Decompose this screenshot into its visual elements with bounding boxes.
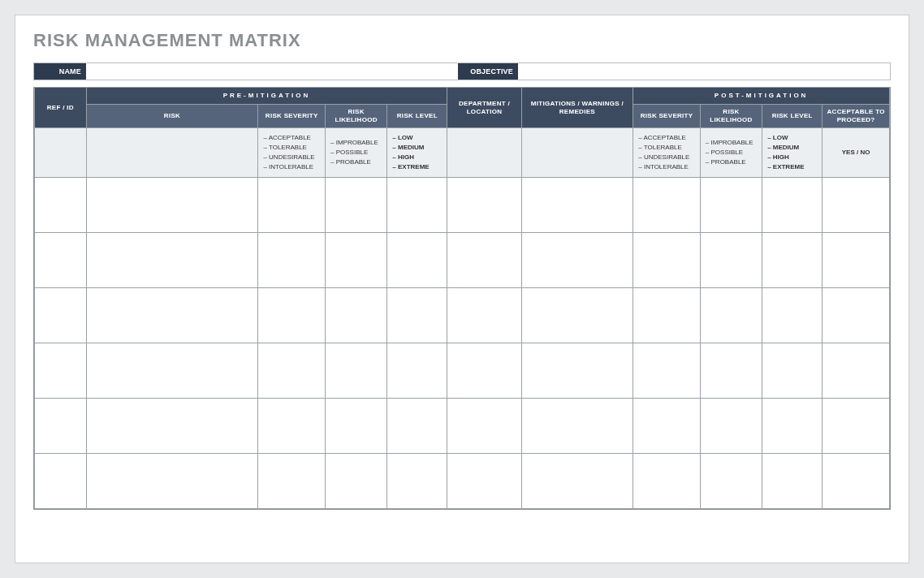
cell-post-lik[interactable] [700, 288, 762, 343]
cell-acc[interactable] [823, 399, 890, 454]
cell-dept[interactable] [447, 399, 521, 454]
name-label: NAME [34, 63, 86, 80]
th-risk: RISK [86, 105, 258, 128]
cell-post-sev[interactable] [633, 399, 701, 454]
cell-pre-lik[interactable] [326, 178, 387, 233]
risk-matrix-table: REF / ID PRE-MITIGATION DEPARTMENT / LOC… [34, 87, 890, 509]
cell-pre-lik[interactable] [326, 343, 387, 399]
cell-dept[interactable] [447, 178, 521, 233]
guide-ref [35, 128, 87, 178]
page-title: RISK MANAGEMENT MATRIX [33, 30, 894, 51]
cell-mit[interactable] [521, 454, 633, 509]
th-pre-group: PRE-MITIGATION [86, 88, 447, 105]
guide-risk [86, 128, 258, 178]
cell-pre-lvl[interactable] [387, 399, 447, 454]
table-row [35, 399, 890, 454]
cell-dept[interactable] [447, 288, 521, 343]
guide-mit [521, 128, 633, 178]
cell-risk[interactable] [86, 233, 258, 288]
cell-pre-sev[interactable] [258, 454, 326, 509]
cell-mit[interactable] [521, 178, 633, 233]
cell-pre-lvl[interactable] [387, 178, 447, 233]
cell-pre-sev[interactable] [258, 399, 326, 454]
guide-dept [447, 128, 521, 178]
th-acceptable: ACCEPTABLE TO PROCEED? [823, 105, 890, 128]
cell-pre-lik[interactable] [326, 288, 387, 343]
cell-acc[interactable] [823, 233, 890, 288]
cell-pre-sev[interactable] [258, 343, 326, 399]
cell-acc[interactable] [823, 454, 890, 509]
th-post-group: POST-MITIGATION [633, 88, 890, 105]
cell-pre-lik[interactable] [326, 399, 387, 454]
cell-ref[interactable] [35, 233, 87, 288]
cell-pre-sev[interactable] [258, 288, 326, 343]
cell-ref[interactable] [35, 178, 87, 233]
th-pre-likelihood: RISK LIKELIHOOD [326, 105, 387, 128]
cell-post-sev[interactable] [633, 288, 701, 343]
cell-pre-lvl[interactable] [387, 233, 447, 288]
cell-mit[interactable] [521, 288, 633, 343]
cell-post-sev[interactable] [633, 343, 701, 399]
th-ref: REF / ID [35, 88, 87, 128]
cell-post-lik[interactable] [700, 343, 762, 399]
cell-pre-lik[interactable] [326, 233, 387, 288]
cell-post-lvl[interactable] [762, 178, 823, 233]
cell-post-sev[interactable] [633, 178, 701, 233]
th-post-severity: RISK SEVERITY [633, 105, 701, 128]
th-post-level: RISK LEVEL [762, 105, 823, 128]
guide-post-likelihood: – IMPROBABLE – POSSIBLE – PROBABLE [700, 128, 762, 178]
cell-acc[interactable] [823, 343, 890, 399]
cell-dept[interactable] [447, 233, 521, 288]
cell-pre-lvl[interactable] [387, 343, 447, 399]
cell-mit[interactable] [521, 399, 633, 454]
cell-acc[interactable] [823, 288, 890, 343]
guide-post-level: – LOW – MEDIUM – HIGH – EXTREME [762, 128, 823, 178]
cell-acc[interactable] [823, 178, 890, 233]
table-row [35, 343, 890, 399]
th-mitigations: MITIGATIONS / WARNINGS / REMEDIES [521, 88, 633, 128]
cell-mit[interactable] [521, 343, 633, 399]
cell-pre-sev[interactable] [258, 178, 326, 233]
table-row [35, 288, 890, 343]
meta-row: NAME OBJECTIVE [33, 63, 891, 80]
cell-post-lvl[interactable] [762, 454, 823, 509]
table-row [35, 233, 890, 288]
cell-post-lvl[interactable] [762, 288, 823, 343]
cell-ref[interactable] [35, 288, 87, 343]
cell-pre-sev[interactable] [258, 233, 326, 288]
cell-pre-lvl[interactable] [387, 288, 447, 343]
objective-field[interactable] [518, 63, 890, 80]
cell-ref[interactable] [35, 454, 87, 509]
cell-risk[interactable] [86, 343, 258, 399]
name-field[interactable] [86, 63, 458, 80]
cell-risk[interactable] [86, 399, 258, 454]
cell-mit[interactable] [521, 233, 633, 288]
th-pre-severity: RISK SEVERITY [258, 105, 326, 128]
th-department: DEPARTMENT / LOCATION [447, 88, 521, 128]
guide-pre-likelihood: – IMPROBABLE – POSSIBLE – PROBABLE [326, 128, 387, 178]
cell-risk[interactable] [86, 454, 258, 509]
cell-risk[interactable] [86, 288, 258, 343]
cell-post-sev[interactable] [633, 233, 701, 288]
cell-post-lvl[interactable] [762, 399, 823, 454]
objective-label: OBJECTIVE [458, 63, 518, 80]
guide-acceptable: YES / NO [823, 128, 890, 178]
cell-ref[interactable] [35, 399, 87, 454]
cell-post-lik[interactable] [700, 454, 762, 509]
cell-post-lik[interactable] [700, 233, 762, 288]
cell-post-lvl[interactable] [762, 343, 823, 399]
cell-dept[interactable] [447, 454, 521, 509]
table-row [35, 178, 890, 233]
cell-post-sev[interactable] [633, 454, 701, 509]
th-pre-level: RISK LEVEL [387, 105, 447, 128]
cell-post-lik[interactable] [700, 178, 762, 233]
guide-pre-severity: – ACCEPTABLE – TOLERABLE – UNDESIRABLE –… [258, 128, 326, 178]
cell-pre-lvl[interactable] [387, 454, 447, 509]
cell-ref[interactable] [35, 343, 87, 399]
cell-dept[interactable] [447, 343, 521, 399]
cell-pre-lik[interactable] [326, 454, 387, 509]
guide-row: – ACCEPTABLE – TOLERABLE – UNDESIRABLE –… [35, 128, 890, 178]
cell-risk[interactable] [86, 178, 258, 233]
cell-post-lik[interactable] [700, 399, 762, 454]
cell-post-lvl[interactable] [762, 233, 823, 288]
